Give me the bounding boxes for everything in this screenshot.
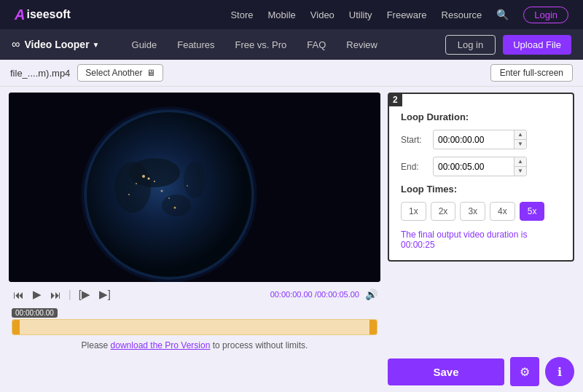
filename-label: file_....m).mp4: [10, 68, 70, 79]
svg-point-5: [184, 162, 206, 198]
monitor-icon: 🖥: [146, 68, 155, 78]
top-navbar: Aiseesoft Store Mobile Video Utility Fre…: [0, 0, 583, 29]
loop-5x-button[interactable]: 5x: [520, 202, 545, 221]
video-panel: ⏮ ▶ ⏭ | [▶ ▶] 00:00:00.00 /00:00:05.00 🔊…: [9, 93, 380, 386]
svg-point-14: [174, 207, 176, 209]
svg-point-6: [142, 175, 145, 178]
logo: Aiseesoft: [15, 7, 71, 23]
start-time-input-wrapper: ▲ ▼: [433, 130, 527, 149]
right-panel: 2 Loop Duration: Start: ▲ ▼ End:: [388, 93, 574, 386]
loop-3x-button[interactable]: 3x: [460, 202, 485, 221]
file-bar: file_....m).mp4 Select Another 🖥 Enter f…: [0, 60, 583, 87]
loop-2x-button[interactable]: 2x: [431, 202, 456, 221]
output-duration: 00:00:25: [401, 240, 435, 250]
search-icon[interactable]: 🔍: [496, 9, 509, 20]
time-display: 00:00:00.00 /00:00:05.00: [270, 290, 359, 299]
end-time-input[interactable]: [434, 159, 514, 175]
skip-forward-button[interactable]: ⏭: [49, 287, 63, 302]
timeline-handle-left[interactable]: [12, 320, 20, 334]
svg-point-7: [148, 178, 150, 180]
loop-icon: ∞: [12, 38, 20, 51]
loop-4x-button[interactable]: 4x: [490, 202, 515, 221]
nav-guide[interactable]: Guide: [132, 39, 157, 50]
loop-settings-box: 2 Loop Duration: Start: ▲ ▼ End:: [388, 93, 574, 262]
start-time-up[interactable]: ▲: [514, 130, 526, 140]
loop-1x-button[interactable]: 1x: [401, 202, 426, 221]
start-label: Start:: [401, 135, 427, 145]
timeline-handle-right[interactable]: [369, 320, 377, 334]
skip-back-button[interactable]: ⏮: [12, 287, 26, 302]
tool-title: Video Looper: [24, 39, 89, 50]
box-number: 2: [388, 93, 402, 106]
nav-freeware[interactable]: Freeware: [387, 9, 427, 20]
nav-video[interactable]: Video: [310, 9, 334, 20]
settings-button[interactable]: ⚙: [510, 357, 539, 386]
nav-store[interactable]: Store: [230, 9, 253, 20]
login-button[interactable]: Login: [523, 7, 568, 23]
svg-point-10: [161, 190, 163, 192]
loop-times-row: 1x 2x 3x 4x 5x: [401, 202, 561, 221]
end-time-row: End: ▲ ▼: [401, 157, 561, 176]
second-nav-links: Guide Features Free vs. Pro FAQ Review: [132, 39, 377, 50]
save-area: Save ⚙ ℹ: [388, 351, 574, 386]
svg-point-4: [162, 195, 191, 216]
second-nav-right: Log in Upload File: [445, 35, 571, 55]
output-note: The final output video duration is 00:00…: [401, 230, 561, 250]
fullscreen-button[interactable]: Enter full-screen: [490, 64, 573, 82]
pro-note: Please download the Pro Version to proce…: [9, 337, 380, 354]
svg-point-9: [154, 181, 155, 182]
svg-point-8: [136, 183, 137, 184]
dropdown-arrow-icon[interactable]: ▼: [93, 41, 100, 49]
play-button[interactable]: ▶: [31, 286, 43, 302]
loop-start-button[interactable]: [▶: [77, 286, 92, 302]
nav-review[interactable]: Review: [346, 39, 377, 50]
volume-icon[interactable]: 🔊: [365, 289, 377, 300]
svg-point-12: [187, 185, 188, 187]
svg-point-3: [114, 162, 151, 213]
svg-point-13: [168, 197, 170, 199]
timeline-track[interactable]: [12, 319, 377, 335]
start-time-row: Start: ▲ ▼: [401, 130, 561, 149]
loop-duration-label: Loop Duration:: [401, 111, 561, 122]
nav-features[interactable]: Features: [177, 39, 214, 50]
nav-free-vs-pro[interactable]: Free vs. Pro: [235, 39, 287, 50]
divider: |: [69, 289, 71, 300]
video-container: [9, 93, 380, 282]
logo-icon: A: [15, 7, 25, 23]
timeline-area: 00:00:00.00: [9, 305, 380, 337]
nav-utility[interactable]: Utility: [349, 9, 372, 20]
pro-version-link[interactable]: download the Pro Version: [111, 340, 211, 350]
end-time-input-wrapper: ▲ ▼: [433, 157, 527, 176]
start-time-input[interactable]: [434, 132, 514, 148]
nav-resource[interactable]: Resource: [442, 9, 482, 20]
video-controls: ⏮ ▶ ⏭ | [▶ ▶] 00:00:00.00 /00:00:05.00 🔊: [9, 282, 380, 305]
end-label: End:: [401, 162, 427, 172]
select-another-button[interactable]: Select Another 🖥: [77, 64, 163, 82]
end-time-down[interactable]: ▼: [514, 167, 526, 176]
loop-times-label: Loop Times:: [401, 184, 561, 195]
start-time-down[interactable]: ▼: [514, 140, 526, 149]
content-row: ⏮ ▶ ⏭ | [▶ ▶] 00:00:00.00 /00:00:05.00 🔊…: [0, 87, 583, 392]
log-in-button[interactable]: Log in: [445, 35, 496, 55]
second-navbar: ∞ Video Looper ▼ Guide Features Free vs.…: [0, 29, 583, 60]
start-time-spin: ▲ ▼: [514, 130, 526, 149]
end-time-spin: ▲ ▼: [514, 157, 526, 176]
svg-point-11: [128, 194, 130, 195]
upload-button[interactable]: Upload File: [503, 35, 571, 55]
nav-mobile[interactable]: Mobile: [268, 9, 296, 20]
help-button[interactable]: ℹ: [545, 357, 574, 386]
end-time-up[interactable]: ▲: [514, 157, 526, 167]
nav-faq[interactable]: FAQ: [307, 39, 326, 50]
loop-end-button[interactable]: ▶]: [98, 286, 112, 302]
save-button[interactable]: Save: [388, 358, 504, 385]
top-nav-links: Store Mobile Video Utility Freeware Reso…: [230, 7, 568, 23]
time-label: 00:00:00.00: [12, 308, 58, 318]
main-area: file_....m).mp4 Select Another 🖥 Enter f…: [0, 60, 583, 392]
